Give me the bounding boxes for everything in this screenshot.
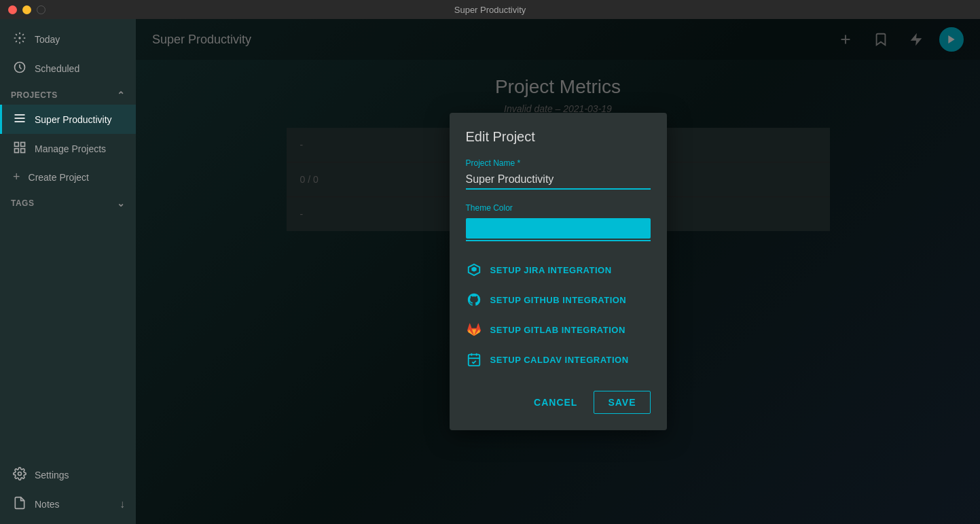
today-label: Today [35,34,60,45]
manage-projects-icon [13,141,26,156]
project-name-field: Project Name [466,158,651,190]
close-button[interactable] [8,5,17,14]
maximize-button[interactable] [37,5,46,14]
sidebar-item-notes[interactable]: Notes ↓ [0,489,136,519]
svg-point-9 [18,472,22,476]
svg-point-0 [18,37,20,39]
caldav-icon [466,351,482,368]
today-icon [13,31,26,47]
titlebar-title: Super Productivity [454,5,526,15]
github-icon [466,292,482,308]
svg-rect-14 [468,355,479,366]
sidebar-item-scheduled[interactable]: Scheduled [0,54,136,83]
setup-caldav-button[interactable]: SETUP CALDAV INTEGRATION [466,345,651,374]
edit-project-dialog: Edit Project Project Name Theme Color [450,113,667,430]
theme-color-label: Theme Color [466,203,651,213]
setup-caldav-label: SETUP CALDAV INTEGRATION [490,355,629,365]
setup-gitlab-label: SETUP GITLAB INTEGRATION [490,325,625,335]
notes-label: Notes [35,499,60,510]
sidebar-item-settings[interactable]: Settings [0,460,136,489]
settings-icon [13,467,26,483]
window-controls [8,5,46,14]
sidebar-nav: Today Scheduled Projects ⌃ [0,19,136,218]
save-button[interactable]: SAVE [594,391,650,414]
project-list-icon [13,111,26,127]
setup-github-label: SETUP GITHUB INTEGRATION [490,295,627,305]
project-name-input[interactable] [466,171,651,190]
scheduled-label: Scheduled [35,63,79,74]
svg-rect-5 [15,143,19,147]
tags-chevron-icon[interactable]: ⌄ [117,198,126,209]
scheduled-icon [13,60,26,76]
project-name-label: Project Name [466,158,651,168]
notes-download-icon: ↓ [120,498,125,510]
svg-rect-7 [15,149,19,153]
manage-projects-label: Manage Projects [35,143,106,154]
cancel-button[interactable]: CANCEL [523,391,588,414]
create-project-icon: + [13,170,20,184]
sidebar-item-create-project[interactable]: + Create Project [0,163,136,191]
color-bar-underline [466,240,651,241]
sidebar-item-today[interactable]: Today [0,24,136,54]
projects-section-header: Projects ⌃ [0,83,136,105]
main-content: Super Productivity [136,19,980,524]
svg-rect-6 [21,143,25,147]
projects-chevron-icon[interactable]: ⌃ [117,90,126,101]
setup-gitlab-button[interactable]: SETUP GITLAB INTEGRATION [466,315,651,345]
theme-color-picker[interactable] [466,218,651,239]
sidebar: Today Scheduled Projects ⌃ [0,19,136,524]
setup-jira-label: SETUP JIRA INTEGRATION [490,265,612,275]
dialog-actions: CANCEL SAVE [466,391,651,414]
theme-color-field: Theme Color [466,203,651,241]
sidebar-item-manage-projects[interactable]: Manage Projects [0,134,136,163]
settings-label: Settings [35,470,69,481]
minimize-button[interactable] [22,5,31,14]
svg-rect-8 [21,149,25,153]
active-project-label: Super Productivity [35,114,112,125]
app-layout: Today Scheduled Projects ⌃ [0,19,980,524]
gitlab-icon [466,321,482,338]
setup-github-button[interactable]: SETUP GITHUB INTEGRATION [466,285,651,315]
notes-icon [13,496,26,512]
sidebar-item-super-productivity[interactable]: Super Productivity [0,105,136,134]
tags-section-header: Tags ⌄ [0,191,136,213]
titlebar: Super Productivity [0,0,980,19]
sidebar-bottom: Settings Notes ↓ [0,455,136,524]
jira-icon [466,262,482,278]
dialog-title: Edit Project [466,129,651,145]
projects-label: Projects [11,90,58,100]
setup-jira-button[interactable]: SETUP JIRA INTEGRATION [466,255,651,285]
dialog-overlay: Edit Project Project Name Theme Color [136,19,980,524]
create-project-label: Create Project [29,172,89,183]
tags-label: Tags [11,198,34,208]
